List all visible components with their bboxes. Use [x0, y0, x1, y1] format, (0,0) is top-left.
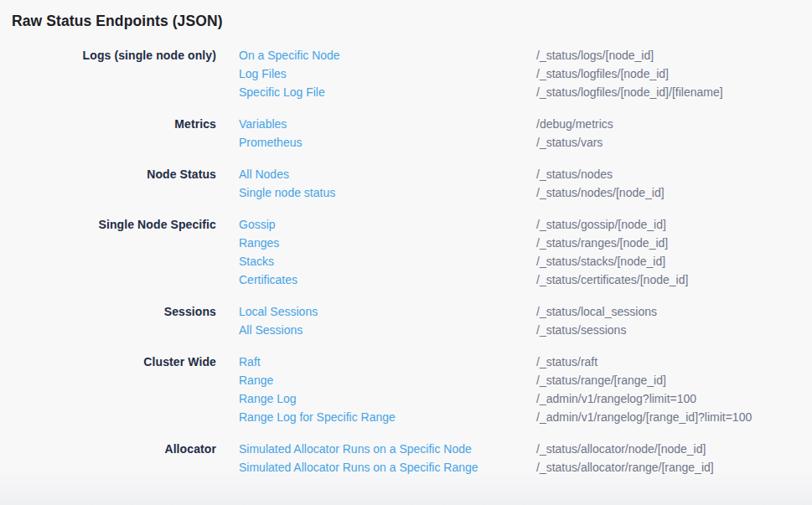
endpoint-path: /_status/nodes: [536, 165, 812, 183]
paths-column: /_status/raft /_status/range/[range_id] …: [536, 353, 812, 426]
link-stacks[interactable]: Stacks: [239, 252, 514, 271]
section-allocator: Allocator Simulated Allocator Runs on a …: [0, 440, 812, 477]
section-label-logs: Logs (single node only): [0, 46, 216, 101]
link-all-sessions[interactable]: All Sessions: [239, 321, 514, 339]
link-range-log[interactable]: Range Log: [239, 389, 514, 408]
link-variables[interactable]: Variables: [239, 115, 514, 133]
endpoint-path: /_status/allocator/range/[range_id]: [536, 458, 812, 477]
links-column: Simulated Allocator Runs on a Specific N…: [239, 440, 514, 477]
paths-column: /_status/local_sessions /_status/session…: [536, 302, 812, 339]
link-certificates[interactable]: Certificates: [239, 271, 514, 289]
links-column: All Nodes Single node status: [239, 165, 514, 202]
section-single-node-specific: Single Node Specific Gossip Ranges Stack…: [0, 215, 812, 289]
link-simulated-allocator-runs-range[interactable]: Simulated Allocator Runs on a Specific R…: [239, 458, 514, 477]
link-single-node-status[interactable]: Single node status: [239, 183, 514, 202]
section-label-metrics: Metrics: [0, 115, 216, 152]
endpoint-path: /_status/sessions: [536, 321, 812, 339]
link-on-a-specific-node[interactable]: On a Specific Node: [239, 46, 514, 64]
endpoint-path: /_status/local_sessions: [536, 302, 812, 321]
endpoint-path: /_status/nodes/[node_id]: [536, 183, 812, 202]
endpoint-path: /_status/allocator/node/[node_id]: [536, 440, 812, 458]
paths-column: /debug/metrics /_status/vars: [536, 115, 812, 152]
endpoint-path: /_status/stacks/[node_id]: [536, 252, 812, 271]
section-label-node-status: Node Status: [0, 165, 216, 202]
endpoint-path: /_status/logfiles/[node_id]: [536, 64, 812, 83]
endpoint-path: /_status/vars: [536, 133, 812, 152]
section-metrics: Metrics Variables Prometheus /debug/metr…: [0, 115, 812, 152]
endpoint-path: /_status/certificates/[node_id]: [536, 271, 812, 289]
endpoint-path: /_status/logs/[node_id]: [536, 46, 812, 64]
links-column: Raft Range Range Log Range Log for Speci…: [239, 353, 514, 426]
link-specific-log-file[interactable]: Specific Log File: [239, 83, 514, 101]
link-prometheus[interactable]: Prometheus: [239, 133, 514, 152]
link-ranges[interactable]: Ranges: [239, 234, 514, 252]
section-node-status: Node Status All Nodes Single node status…: [0, 165, 812, 202]
link-log-files[interactable]: Log Files: [239, 64, 514, 83]
section-label-allocator: Allocator: [0, 440, 216, 477]
link-local-sessions[interactable]: Local Sessions: [239, 302, 514, 321]
endpoint-path: /debug/metrics: [536, 115, 812, 133]
link-range-log-for-specific-range[interactable]: Range Log for Specific Range: [239, 408, 514, 426]
link-raft[interactable]: Raft: [239, 353, 514, 371]
section-logs: Logs (single node only) On a Specific No…: [0, 46, 812, 101]
endpoint-path: /_status/range/[range_id]: [536, 371, 812, 389]
links-column: Local Sessions All Sessions: [239, 302, 514, 339]
section-label-cluster-wide: Cluster Wide: [0, 353, 216, 426]
endpoint-path: /_status/logfiles/[node_id]/[filename]: [536, 83, 812, 101]
endpoint-path: /_status/ranges/[node_id]: [536, 234, 812, 252]
section-label-single-node-specific: Single Node Specific: [0, 215, 216, 289]
endpoint-path: /_admin/v1/rangelog?limit=100: [536, 389, 812, 408]
links-column: Gossip Ranges Stacks Certificates: [239, 215, 514, 289]
links-column: On a Specific Node Log Files Specific Lo…: [239, 46, 514, 101]
section-label-sessions: Sessions: [0, 302, 216, 339]
links-column: Variables Prometheus: [239, 115, 514, 152]
paths-column: /_status/allocator/node/[node_id] /_stat…: [536, 440, 812, 477]
endpoint-path: /_status/raft: [536, 353, 812, 371]
endpoints-table: Logs (single node only) On a Specific No…: [0, 46, 812, 477]
section-cluster-wide: Cluster Wide Raft Range Range Log Range …: [0, 353, 812, 426]
section-sessions: Sessions Local Sessions All Sessions /_s…: [0, 302, 812, 339]
link-range[interactable]: Range: [239, 371, 514, 389]
endpoint-path: /_admin/v1/rangelog/[range_id]?limit=100: [536, 408, 812, 426]
paths-column: /_status/nodes /_status/nodes/[node_id]: [536, 165, 812, 202]
link-gossip[interactable]: Gossip: [239, 215, 514, 234]
link-all-nodes[interactable]: All Nodes: [239, 165, 514, 183]
link-simulated-allocator-runs-node[interactable]: Simulated Allocator Runs on a Specific N…: [239, 440, 514, 458]
paths-column: /_status/gossip/[node_id] /_status/range…: [536, 215, 812, 289]
paths-column: /_status/logs/[node_id] /_status/logfile…: [536, 46, 812, 101]
page-title: Raw Status Endpoints (JSON): [12, 13, 812, 30]
endpoint-path: /_status/gossip/[node_id]: [536, 215, 812, 234]
